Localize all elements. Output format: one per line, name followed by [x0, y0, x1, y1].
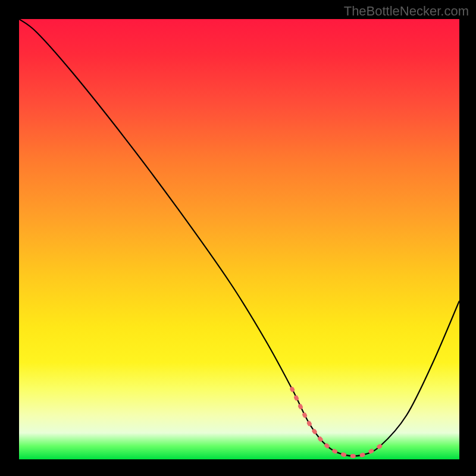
chart-plot-area [19, 19, 459, 459]
watermark-text: TheBottleNecker.com [344, 4, 469, 19]
curve-line [19, 19, 459, 456]
optimal-range-marker [292, 389, 380, 456]
bottleneck-curve [19, 19, 459, 459]
